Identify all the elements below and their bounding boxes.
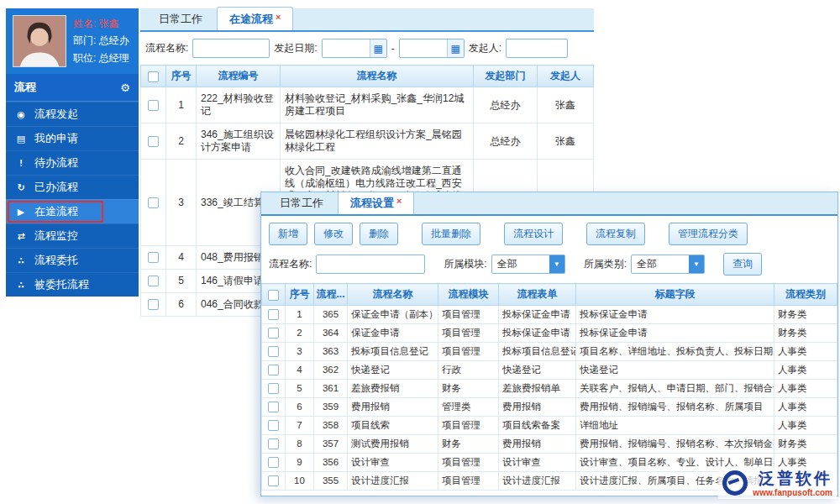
cell-code: 363 <box>314 343 348 361</box>
table-row[interactable]: 7 358 项目线索 项目管理 项目线索备案 详细地址 人事类 <box>262 417 837 435</box>
org-chart-icon: ∴ <box>15 255 27 266</box>
sidebar-item-label: 我的申请 <box>34 131 78 146</box>
tab-in-transit[interactable]: 在途流程× <box>217 7 293 30</box>
sidebar-item-my-applications[interactable]: ▤ 我的申请 <box>6 126 139 150</box>
col-header-category: 流程类别 <box>774 284 837 306</box>
tab-daily-work[interactable]: 日常工作 <box>268 192 335 214</box>
cell-name: 测试费用报销 <box>348 435 438 454</box>
sidebar-header: 流程 ⚙ <box>6 74 139 102</box>
manage-category-button[interactable]: 管理流程分类 <box>669 223 748 245</box>
row-checkbox[interactable] <box>268 346 279 357</box>
cell-serial: 6 <box>166 293 197 317</box>
cell-name: 晨铭园林绿化工程组织设计方案_晨铭园林绿化工程 <box>281 123 474 160</box>
cell-title-fields: 详细地址 <box>576 417 774 435</box>
table-row[interactable]: 2 346_施工组织设计方案申请 晨铭园林绿化工程组织设计方案_晨铭园林绿化工程… <box>141 123 594 160</box>
cell-form: 费用报销 <box>499 435 576 454</box>
row-checkbox[interactable] <box>148 276 159 286</box>
process-name-input[interactable] <box>316 255 425 274</box>
gear-icon[interactable]: ⚙ <box>120 81 130 94</box>
document-icon: ▤ <box>15 134 27 144</box>
sync-icon: ⇄ <box>15 231 27 242</box>
sidebar-item-delegated[interactable]: ∴ 被委托流程 <box>6 272 139 297</box>
initiator-input[interactable] <box>506 39 568 58</box>
cell-serial: 9 <box>286 454 314 472</box>
cell-title-fields: 项目名称、详细地址、投标负责人、投标日期 <box>576 343 774 361</box>
tab-daily-work[interactable]: 日常工作 <box>147 8 214 30</box>
row-checkbox[interactable] <box>148 100 159 111</box>
row-checkbox[interactable] <box>268 457 279 468</box>
col-header-serial: 序号 <box>166 66 197 87</box>
chevron-down-icon[interactable]: ▼ <box>689 255 704 273</box>
date-from-input[interactable] <box>323 39 370 57</box>
row-checkbox[interactable] <box>268 402 279 412</box>
process-design-button[interactable]: 流程设计 <box>504 223 563 245</box>
cell-module: 财务 <box>438 380 499 398</box>
org-chart-icon: ∴ <box>15 280 27 291</box>
table-row[interactable]: 1 365 保证金申请（副本） 项目管理 投标保证金申请 投标保证金申请 财务类 <box>262 306 837 324</box>
col-header-code: 流程编号 <box>197 66 281 87</box>
sidebar-item-delegate[interactable]: ∴ 流程委托 <box>6 248 139 272</box>
cell-serial: 1 <box>286 306 314 324</box>
cell-serial: 2 <box>286 324 314 343</box>
sidebar-item-initiate[interactable]: ◉ 流程发起 <box>6 102 139 126</box>
cell-dept: 总经办 <box>474 87 538 123</box>
table-header-row: 序号 流程编号 流程名称 发起部门 发起人 <box>141 66 594 87</box>
date-to-input[interactable] <box>400 39 447 57</box>
cell-name: 设计进度汇报 <box>348 472 438 491</box>
table-row[interactable]: 4 362 快递登记 行政 快递登记 快递登记 人事类 <box>262 361 837 380</box>
row-checkbox[interactable] <box>268 438 279 449</box>
cell-name: 保证金申请 <box>348 324 438 343</box>
process-name-input[interactable] <box>192 39 270 58</box>
row-checkbox[interactable] <box>268 420 279 431</box>
sidebar-item-in-transit[interactable]: ▶ 在途流程 <box>6 199 139 223</box>
cell-serial: 5 <box>286 380 314 398</box>
process-name-label: 流程名称: <box>269 257 312 271</box>
close-icon[interactable]: × <box>276 12 281 22</box>
batch-delete-button[interactable]: 批量删除 <box>422 223 480 245</box>
add-button[interactable]: 新增 <box>269 223 307 245</box>
edit-button[interactable]: 修改 <box>314 223 353 245</box>
select-all-checkbox[interactable] <box>148 71 159 82</box>
cell-serial: 4 <box>166 246 197 270</box>
cell-serial: 2 <box>166 123 197 160</box>
row-checkbox[interactable] <box>268 328 279 339</box>
delete-button[interactable]: 删除 <box>360 223 398 245</box>
row-checkbox[interactable] <box>268 309 279 320</box>
sidebar-item-label: 流程委托 <box>34 253 78 268</box>
table-row[interactable]: 5 361 差旅费报销 财务 差旅费报销单 关联客户、报销人、申请日期、部门、报… <box>262 380 837 398</box>
brand-name: 泛普软件 <box>759 470 832 488</box>
sidebar-item-monitor[interactable]: ⇄ 流程监控 <box>6 223 139 248</box>
table-row[interactable]: 6 359 费用报销 管理类 费用报销 费用报销、报销编号、报销名称、所属项目 … <box>262 398 837 417</box>
chevron-down-icon[interactable]: ▼ <box>549 255 564 273</box>
row-checkbox[interactable] <box>268 365 279 375</box>
row-checkbox[interactable] <box>148 197 159 208</box>
cell-module: 项目管理 <box>438 454 499 472</box>
cell-initiator: 张鑫 <box>538 87 594 123</box>
process-copy-button[interactable]: 流程复制 <box>586 223 645 245</box>
calendar-icon[interactable]: ▦ <box>447 39 464 57</box>
table-row[interactable]: 2 364 保证金申请 项目管理 投标保证金申请 投标保证金申请 财务类 <box>262 324 837 343</box>
cell-dept: 总经办 <box>474 123 538 160</box>
row-checkbox[interactable] <box>148 136 159 147</box>
query-button[interactable]: 查询 <box>723 253 762 276</box>
table-row[interactable]: 3 363 投标项目信息登记 项目管理 投标项目信息登记 项目名称、详细地址、投… <box>262 343 837 361</box>
cell-code: 356 <box>314 454 348 472</box>
sidebar-item-label: 流程监控 <box>34 228 78 244</box>
category-select[interactable]: 全部 ▼ <box>631 255 705 274</box>
select-all-checkbox[interactable] <box>268 290 279 301</box>
calendar-icon[interactable]: ▦ <box>370 39 386 57</box>
cell-serial: 3 <box>286 343 314 361</box>
row-checkbox[interactable] <box>268 383 279 394</box>
table-row[interactable]: 8 357 测试费用报销 财务 费用报销 费用报销、报销编号、报销名称、本次报销… <box>262 435 837 454</box>
table-row[interactable]: 1 222_材料验收登记 材料验收登记_材料采购_张鑫_华润12城房建工程项目 … <box>141 87 594 123</box>
row-checkbox[interactable] <box>268 475 279 486</box>
module-select[interactable]: 全部 ▼ <box>491 255 565 274</box>
row-checkbox[interactable] <box>148 252 159 263</box>
sidebar-item-completed[interactable]: ↻ 已办流程 <box>6 175 139 199</box>
cell-form: 投标保证金申请 <box>499 306 576 324</box>
tab-process-settings[interactable]: 流程设置× <box>338 192 414 214</box>
sidebar-item-pending[interactable]: ! 待办流程 <box>6 150 139 175</box>
close-icon[interactable]: × <box>396 196 402 206</box>
row-checkbox[interactable] <box>148 299 159 310</box>
cell-code: 361 <box>314 380 348 398</box>
